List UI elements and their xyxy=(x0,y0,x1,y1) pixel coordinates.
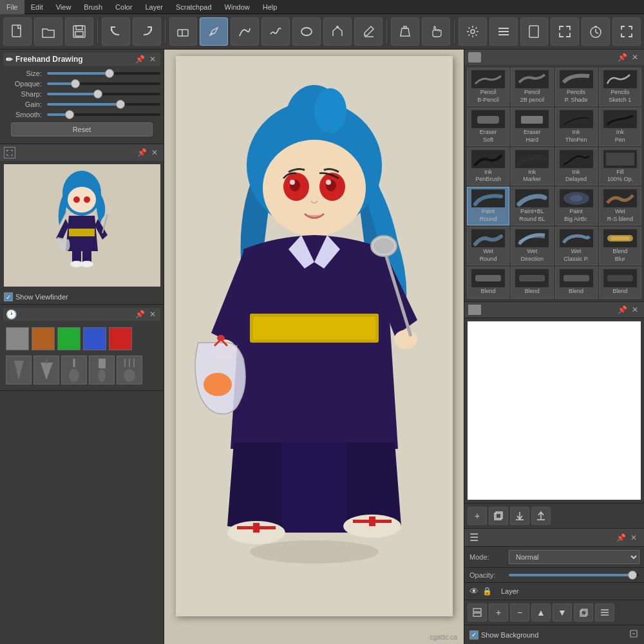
brush-preview-5[interactable] xyxy=(117,355,142,384)
hand-tool[interactable] xyxy=(422,17,450,46)
brush-classic-p[interactable]: Wet Classic P. xyxy=(555,227,598,265)
save-layer-button[interactable] xyxy=(510,507,529,525)
menu-layer[interactable]: Layer xyxy=(138,0,169,14)
menu-file[interactable]: File xyxy=(0,0,24,14)
add-layer-bottom-button[interactable]: + xyxy=(489,603,508,621)
brush-preview-1[interactable] xyxy=(6,355,32,384)
brush-eraser-hard[interactable]: Eraser Hard xyxy=(511,108,553,146)
brush-preview-2[interactable] xyxy=(33,355,59,384)
move-down-button[interactable]: ▼ xyxy=(553,603,572,621)
timer-button[interactable] xyxy=(582,17,610,46)
layers-button[interactable] xyxy=(489,17,518,46)
mode-dropdown[interactable]: Normal Multiply Screen Overlay xyxy=(509,550,639,564)
brush-paint-round-bl[interactable]: Paint+BL Round BL xyxy=(511,187,553,225)
opacity-slider[interactable] xyxy=(509,574,639,576)
brush-b-pencil[interactable]: Pencil B-Pencil xyxy=(467,68,509,106)
bp-close-icon[interactable]: ✕ xyxy=(630,52,640,62)
sharp-slider[interactable] xyxy=(47,93,160,95)
brush-direction[interactable]: Wet Direction xyxy=(511,227,553,265)
brush-2b-pencil[interactable]: Pencil 2B pencil xyxy=(511,68,553,106)
settings-button[interactable] xyxy=(459,17,487,46)
expand-canvas-icon[interactable]: ⛶ xyxy=(4,147,15,158)
mode-select[interactable]: Normal Multiply Screen Overlay xyxy=(509,550,639,564)
move-up-button[interactable]: ▲ xyxy=(531,603,551,621)
opaque-slider[interactable] xyxy=(47,82,160,85)
layer-lock-icon[interactable]: 🔒 xyxy=(482,587,492,596)
circle-tool[interactable] xyxy=(292,17,321,46)
brush-blend-4[interactable]: Blend xyxy=(599,267,641,299)
scratchpad-canvas[interactable] xyxy=(468,321,641,500)
background-export-icon[interactable] xyxy=(629,629,639,641)
bucket-tool[interactable] xyxy=(391,17,419,46)
menu-color[interactable]: Color xyxy=(109,0,138,14)
redo-button[interactable] xyxy=(133,17,161,46)
bp-pin-icon[interactable]: 📌 xyxy=(617,52,627,62)
cp-close-icon[interactable]: ✕ xyxy=(147,309,158,319)
brush-blend-3[interactable]: Blend xyxy=(555,267,598,299)
lp-close-icon[interactable]: ✕ xyxy=(629,533,639,543)
vf-close-icon[interactable]: ✕ xyxy=(149,147,160,158)
paper-button[interactable] xyxy=(520,17,549,46)
show-background-row[interactable]: ✓ Show Background xyxy=(464,625,644,644)
brush-big-airbrush[interactable]: Paint Big AirBr. xyxy=(555,187,598,225)
show-viewfinder-toggle[interactable]: ✓ Show Viewfinder xyxy=(0,290,164,304)
vf-pin-icon[interactable]: 📌 xyxy=(137,147,147,158)
brush-blur[interactable]: Blend Blur xyxy=(599,227,641,265)
brush-pen[interactable]: Ink Pen xyxy=(599,108,641,146)
layer-visibility-icon[interactable]: 👁 xyxy=(469,586,478,596)
brush-p-shade[interactable]: Pencils P. Shade xyxy=(555,68,598,106)
smooth-slider[interactable] xyxy=(47,113,160,116)
menu-brush[interactable]: Brush xyxy=(77,0,109,14)
brush-fill-100[interactable]: Fill 100% Op. xyxy=(599,147,641,186)
size-slider[interactable] xyxy=(47,72,160,75)
swatch-red[interactable] xyxy=(109,327,132,350)
brush-rs-blend[interactable]: Wet R-S blend xyxy=(599,187,641,225)
duplicate-layer-button[interactable] xyxy=(489,507,508,525)
export-layer-button[interactable] xyxy=(531,507,551,525)
menu-edit[interactable]: Edit xyxy=(24,0,50,14)
add-layer-button[interactable]: + xyxy=(468,507,487,525)
delete-layer-button[interactable]: − xyxy=(510,603,529,621)
open-button[interactable] xyxy=(34,17,62,46)
brush-wet-round[interactable]: Wet Round xyxy=(467,227,509,265)
gain-slider[interactable] xyxy=(47,103,160,106)
close-icon[interactable]: ✕ xyxy=(147,54,158,64)
expand-button[interactable] xyxy=(551,17,579,46)
copy-layer-button[interactable] xyxy=(574,603,593,621)
brush-marker[interactable]: Ink Marker xyxy=(511,147,553,186)
pen-tool[interactable] xyxy=(200,17,228,46)
picker-tool[interactable] xyxy=(354,17,383,46)
reset-button[interactable]: Reset xyxy=(11,122,153,137)
merge-down-button[interactable] xyxy=(468,603,487,621)
sp-close-icon[interactable]: ✕ xyxy=(630,305,640,315)
pin-icon[interactable]: 📌 xyxy=(135,54,145,64)
new-button[interactable] xyxy=(3,17,32,46)
lp-pin-icon[interactable]: 📌 xyxy=(616,533,626,543)
cp-pin-icon[interactable]: 📌 xyxy=(135,309,145,319)
menu-window[interactable]: Window xyxy=(218,0,256,14)
brush-preview-4[interactable] xyxy=(89,355,115,384)
freehand-tool[interactable] xyxy=(261,17,290,46)
fullscreen-button[interactable] xyxy=(612,17,641,46)
swatch-brown[interactable] xyxy=(32,327,55,350)
checkbox-background[interactable]: ✓ xyxy=(469,630,478,639)
brush-eraser-soft[interactable]: Eraser Soft xyxy=(467,108,509,146)
layer-options-button[interactable] xyxy=(595,603,614,621)
drawing-canvas[interactable] xyxy=(176,56,453,616)
checkbox-viewfinder[interactable]: ✓ xyxy=(4,292,13,301)
bezier-tool[interactable] xyxy=(231,17,259,46)
eraser-tool[interactable] xyxy=(169,17,198,46)
swatch-gray[interactable] xyxy=(6,327,29,350)
sp-pin-icon[interactable]: 📌 xyxy=(617,305,627,315)
brush-preview-3[interactable] xyxy=(61,355,87,384)
brush-thinpen[interactable]: Ink ThinPen xyxy=(555,108,598,146)
menu-scratchpad[interactable]: Scratchpad xyxy=(169,0,218,14)
menu-help[interactable]: Help xyxy=(256,0,284,14)
swatch-blue[interactable] xyxy=(83,327,106,350)
brush-delayed[interactable]: Ink Delayed xyxy=(555,147,598,186)
brush-penbrush[interactable]: Ink PenBrush xyxy=(467,147,509,186)
brush-blend-2[interactable]: Blend xyxy=(511,267,553,299)
undo-button[interactable] xyxy=(102,17,130,46)
save-button[interactable] xyxy=(65,17,93,46)
swatch-green[interactable] xyxy=(57,327,80,350)
